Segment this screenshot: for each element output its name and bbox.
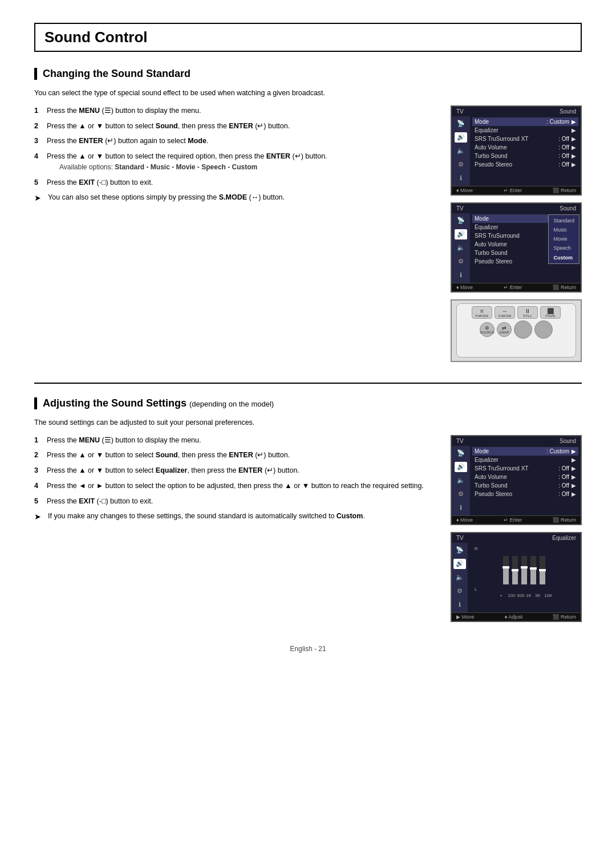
step-1-3: 3 Press the ENTER (↵) button again to se… (34, 136, 437, 147)
section-sound-standard: Changing the Sound Standard You can sele… (34, 68, 582, 362)
eq-icon-3: 🔈 (453, 572, 466, 583)
section2-title: Adjusting the Sound Settings (depending … (34, 397, 582, 409)
tv-icon-settings: ⚙ (455, 160, 467, 170)
tv-row-pseudo-3: Pseudo Stereo : Off ▶ (472, 490, 578, 498)
eq-bar-3k (530, 556, 536, 584)
step-1-2: 2 Press the ▲ or ▼ button to select Soun… (34, 121, 437, 132)
remote-btn-psize[interactable]: ⬛ PSIZE (540, 306, 561, 319)
tv-icon-antenna: 📡 (455, 119, 467, 129)
mode-dropdown: Standard Music Movie Speech Custom (548, 214, 579, 264)
step-1-4: 4 Press the ▲ or ▼ button to select the … (34, 151, 437, 173)
tv-row-mode-3: Mode : Custom ▶ (472, 447, 578, 456)
tv-icon-info: ℹ (455, 173, 467, 184)
tv-row-autovol-3: Auto Volume : Off ▶ (472, 473, 578, 481)
tv-row-mode: Mode : Custom ▶ (472, 117, 578, 126)
eq-icon-4: ⚙ (453, 586, 466, 596)
tv-screen-4: TV Equalizer 📡 🔊 🔈 ⚙ ℹ R (451, 532, 582, 622)
tv-icon-info-2: ℹ (455, 270, 467, 281)
tv-icon-info-3: ℹ (455, 503, 467, 513)
tv-footer-4: ▶ Move ♦ Adjust ⬛ Return (452, 612, 581, 621)
tv-row-autovol: Auto Volume : Off ▶ (472, 143, 578, 152)
tv-icon-settings-3: ⚙ (455, 489, 467, 499)
remote-btn-source[interactable]: ⊕ SOURCE (480, 322, 495, 337)
eq-content: R (468, 543, 581, 612)
section2-note: ➤ If you make any changes to these setti… (34, 511, 437, 523)
tv-row-mode-2: Mode : Standard Standard Music Movie Spe… (472, 214, 578, 223)
step-2-2: 2 Press the ▲ or ▼ button to select Soun… (34, 450, 437, 461)
tv-row-pseudo: Pseudo Stereo : Off ▶ (472, 160, 578, 169)
section-sound-settings: Adjusting the Sound Settings (depending … (34, 397, 582, 622)
tv-footer-2: ♦ Move ↵ Enter ⬛ Return (452, 283, 581, 291)
tv-row-srs: SRS TruSurround XT : Off ▶ (472, 135, 578, 143)
section2-screenshots: TV Sound 📡 🔊 🔈 ⚙ ℹ Mode : Custom (451, 435, 582, 622)
step-2-1: 1 Press the MENU (☰) button to display t… (34, 435, 437, 446)
remote-btn-extra2[interactable] (534, 320, 553, 339)
tv-content-1: Mode : Custom ▶ Equalizer ▶ SRS TruSurro… (470, 116, 581, 186)
tv-icon-sound: 🔊 (455, 132, 467, 143)
tv-screen-3: TV Sound 📡 🔊 🔈 ⚙ ℹ Mode : Custom (451, 435, 582, 525)
section1-screenshots: TV Sound 📡 🔊 🔈 ⚙ ℹ Mode : Custom (451, 105, 582, 362)
eq-sidebar: 📡 🔊 🔈 ⚙ ℹ (452, 543, 468, 612)
tv-screen-2: TV Sound 📡 🔊 🔈 ⚙ ℹ Mode : Standard (451, 202, 582, 292)
tv-content-3: Mode : Custom ▶ Equalizer ▶ SRS TruSurro… (470, 446, 581, 515)
eq-l-label: L (472, 587, 576, 592)
eq-bar-100 (503, 556, 509, 584)
section1-title: Changing the Sound Standard (34, 68, 582, 80)
section2-instructions: 1 Press the MENU (☰) button to display t… (34, 435, 437, 622)
remote-btn-smode[interactable]: ↔ S.MODE (495, 306, 515, 319)
eq-bar-10k (540, 556, 545, 584)
remote-body: ≡ P.MODE ↔ S.MODE ⏸ STILL ⬛ (456, 303, 576, 357)
tv-icon-settings-2: ⚙ (455, 257, 467, 267)
tv-content-2: Mode : Standard Standard Music Movie Spe… (470, 213, 581, 283)
eq-rl-labels: R (472, 546, 576, 551)
remote-btn-pmode[interactable]: ≡ P.MODE (472, 306, 492, 319)
tv-row-equalizer-3: Equalizer ▶ (472, 456, 578, 464)
tv-icon-antenna-2: 📡 (455, 216, 467, 226)
remote-btn-still[interactable]: ⏸ STILL (517, 306, 538, 319)
step-2-5: 5 Press the EXIT (-□) button to exit. (34, 496, 437, 507)
section1-instructions: 1 Press the MENU (☰) button to display t… (34, 105, 437, 362)
tv-screen3-header: TV Sound (452, 436, 581, 446)
eq-icon-5: ℹ (453, 600, 466, 610)
page-title: Sound Control (34, 23, 582, 52)
step-1-5: 5 Press the EXIT (-□) button to exit. (34, 177, 437, 188)
tv-icon-speaker-3: 🔈 (455, 476, 467, 486)
page-number: English - 21 (34, 645, 582, 653)
tv-row-turbo-3: Turbo Sound : Off ▶ (472, 481, 578, 490)
tv-sidebar-2: 📡 🔊 🔈 ⚙ ℹ (452, 213, 470, 283)
eq-icon-2: 🔊 (453, 559, 466, 569)
remote-row-1: ≡ P.MODE ↔ S.MODE ⏸ STILL ⬛ (461, 306, 571, 319)
tv-sidebar-3: 📡 🔊 🔈 ⚙ ℹ (452, 446, 470, 515)
step-2-3: 3 Press the ▲ or ▼ button to select Equa… (34, 465, 437, 476)
tv-icon-speaker: 🔈 (455, 146, 467, 156)
section1-note: ➤ You can also set these options simply … (34, 192, 437, 204)
eq-freq-labels: ▪ 100 300 1K 3K 10K (472, 593, 576, 598)
section1-intro: You can select the type of special sound… (34, 88, 582, 99)
tv-icon-sound-2: 🔊 (455, 229, 467, 239)
tv-icon-antenna-3: 📡 (455, 448, 467, 458)
eq-bar-300 (512, 556, 518, 584)
tv-row-equalizer: Equalizer ▶ (472, 126, 578, 135)
tv-icon-sound-3: 🔊 (455, 462, 467, 472)
section-divider (34, 383, 582, 384)
tv-screen4-header: TV Equalizer (452, 533, 581, 543)
tv-row-turbo: Turbo Sound : Off ▶ (472, 152, 578, 160)
eq-bars (472, 552, 576, 587)
section2-intro: The sound settings can be adjusted to su… (34, 417, 582, 428)
tv-footer-1: ♦ Move ↵ Enter ⬛ Return (452, 186, 581, 194)
remote-control: ≡ P.MODE ↔ S.MODE ⏸ STILL ⬛ (451, 299, 582, 362)
tv-screen1-header: TV Sound (452, 107, 581, 116)
remote-row-2: ⊕ SOURCE ⇄ SWAP (461, 320, 571, 339)
eq-icon-1: 📡 (453, 545, 466, 555)
eq-bar-1k (521, 556, 527, 584)
tv-screen-1: TV Sound 📡 🔊 🔈 ⚙ ℹ Mode : Custom (451, 105, 582, 196)
step-2-4: 4 Press the ◄ or ► button to select the … (34, 481, 437, 491)
tv-footer-3: ♦ Move ↵ Enter ⬛ Return (452, 515, 581, 524)
remote-btn-swap[interactable]: ⇄ SWAP (497, 322, 512, 337)
tv-sidebar-1: 📡 🔊 🔈 ⚙ ℹ (452, 116, 470, 186)
step-1-1: 1 Press the MENU (☰) button to display t… (34, 105, 437, 116)
tv-icon-speaker-2: 🔈 (455, 243, 467, 253)
remote-btn-extra1[interactable] (514, 320, 532, 339)
tv-screen2-header: TV Sound (452, 204, 581, 213)
tv-row-srs-3: SRS TruSurround XT : Off ▶ (472, 464, 578, 473)
